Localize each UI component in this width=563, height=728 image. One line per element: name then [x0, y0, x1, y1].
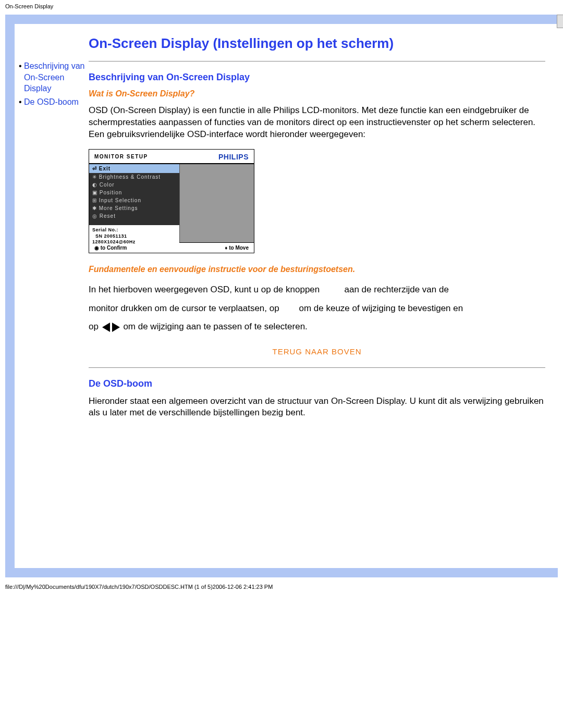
sidebar-item-description[interactable]: Beschrijving van On-Screen Display: [19, 60, 87, 94]
osd-screenshot: MONITOR SETUP PHILIPS ⏎ Exit ✳ Brightnes…: [89, 149, 254, 253]
sidebar-link-osd-tree[interactable]: De OSD-boom: [24, 97, 79, 106]
divider: [89, 367, 545, 368]
sub-question: Wat is On-Screen Display?: [89, 89, 545, 98]
osd-menu-item: ✳ Brightness & Contrast: [89, 173, 179, 181]
osd-menu-item: ⊞ Input Selection: [89, 196, 179, 204]
osd-tree-paragraph: Hieronder staat een algemeen overzicht v…: [89, 396, 545, 419]
osd-brand-logo: PHILIPS: [218, 153, 249, 161]
osd-right-panel: [179, 164, 254, 242]
sidebar-link-description[interactable]: Beschrijving van On-Screen Display: [24, 61, 85, 93]
page-frame: Beschrijving van On-Screen Display De OS…: [5, 15, 558, 577]
osd-footer-confirm: ◉ to Confirm: [94, 245, 127, 251]
divider: [89, 61, 545, 61]
page-footer-path: file:///D|/My%20Documents/dfu/190X7/dutc…: [0, 582, 563, 595]
osd-menu-item: ▣ Position: [89, 189, 179, 196]
intro-paragraph: OSD (On-Screen Display) is een functie i…: [89, 105, 545, 141]
osd-title: MONITOR SETUP: [94, 154, 148, 159]
sidebar: Beschrijving van On-Screen Display De OS…: [15, 24, 89, 568]
osd-menu: ⏎ Exit ✳ Brightness & Contrast ◐ Color ▣…: [89, 164, 179, 242]
scrollbar-up-icon[interactable]: [557, 15, 563, 28]
instruction-heading: Fundamentele en eenvoudige instructie vo…: [89, 265, 545, 274]
page-header-title: On-Screen Display: [0, 0, 563, 10]
osd-menu-item: ◎ Reset: [89, 212, 179, 220]
back-to-top-link[interactable]: TERUG NAAR BOVEN: [89, 347, 545, 356]
osd-menu-item: ◐ Color: [89, 181, 179, 189]
osd-serial-block: Serial No.: SN 20051131 1280X1024@60Hz: [89, 225, 179, 246]
osd-footer-move: ♦ to Move: [225, 245, 249, 251]
osd-menu-item-exit: ⏎ Exit: [89, 164, 179, 173]
osd-menu-item: ✱ More Settings: [89, 204, 179, 212]
sidebar-item-osd-tree[interactable]: De OSD-boom: [19, 96, 87, 108]
left-right-arrows-icon: [102, 318, 120, 337]
section-heading-description: Beschrijving van On-Screen Display: [89, 72, 545, 83]
section-heading-osd-tree: De OSD-boom: [89, 378, 545, 389]
instruction-paragraph: In het hierboven weergegeven OSD, kunt u…: [89, 280, 545, 337]
main-content: On-Screen Display (Instellingen op het s…: [89, 24, 558, 568]
page-title: On-Screen Display (Instellingen op het s…: [89, 35, 545, 52]
